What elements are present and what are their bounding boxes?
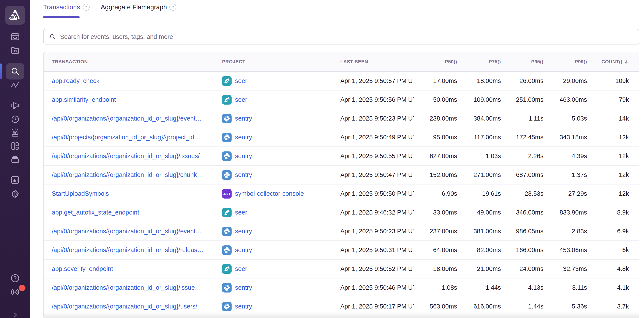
column-header-last-seen[interactable]: LAST SEEN	[340, 59, 414, 65]
transaction-cell: /api/0/organizations/{organization_id_or…	[44, 303, 222, 310]
transaction-cell: app.get_autofix_state_endpoint	[44, 209, 222, 216]
p95-cell: 2.26s	[501, 153, 544, 160]
sidebar-item-settings[interactable]	[10, 189, 20, 199]
project-link[interactable]: seer	[235, 265, 247, 272]
project-cell: .NET symbol-collector-console	[222, 189, 340, 199]
sidebar-item-projects[interactable]	[10, 45, 20, 55]
p50-cell: 17.00ms	[414, 77, 457, 85]
count-cell: 8.9k	[587, 209, 639, 216]
project-cell: sentry	[222, 283, 340, 292]
transaction-link[interactable]: /api/0/organizations/{organization_id_or…	[52, 153, 200, 159]
sidebar-item-issues[interactable]	[10, 32, 20, 42]
column-header-p95[interactable]: P95()	[501, 59, 544, 65]
p95-cell: 346.00ms	[501, 209, 544, 216]
transaction-link[interactable]: app.get_autofix_state_endpoint	[52, 209, 139, 216]
sidebar-item-dashboards[interactable]	[10, 141, 20, 151]
tab-transactions-label: Transactions	[43, 4, 80, 11]
sidebar-item-alerts[interactable]	[10, 128, 20, 138]
transaction-link[interactable]: /api/0/organizations/{organization_id_or…	[52, 284, 201, 291]
transaction-link[interactable]: app.ready_check	[52, 77, 100, 84]
project-cell: sentry	[222, 151, 340, 161]
project-link[interactable]: sentry	[235, 284, 252, 291]
transaction-link[interactable]: /api/0/organizations/{organization_id_or…	[52, 115, 202, 122]
search-input[interactable]	[60, 33, 633, 40]
p99-cell: 8.11s	[544, 284, 587, 291]
project-cell: sentry	[222, 245, 340, 255]
p95-cell: 1.44s	[501, 303, 544, 310]
p99-cell: 32.73ms	[544, 265, 587, 272]
project-cell: seer	[222, 208, 340, 217]
table-row: /api/0/projects/{organization_id_or_slug…	[44, 128, 639, 147]
last-seen-cell: Apr 1, 2025 9:50:46 PM UTC	[340, 284, 414, 291]
p95-cell: 1.11s	[501, 115, 544, 122]
p75-cell: 1.44s	[457, 284, 501, 291]
p99-cell: 29.00ms	[544, 77, 587, 85]
project-icon-python	[222, 245, 232, 255]
project-link[interactable]: seer	[235, 77, 247, 85]
project-link[interactable]: sentry	[235, 228, 252, 235]
table-row: app.ready_check seer Apr 1, 2025 9:50:57…	[44, 72, 639, 91]
p50-cell: 563.00ms	[414, 303, 457, 310]
project-link[interactable]: sentry	[235, 115, 252, 122]
sidebar-item-traces[interactable]	[10, 80, 20, 90]
stats-icon	[10, 175, 20, 185]
transaction-link[interactable]: /api/0/organizations/{organization_id_or…	[52, 228, 202, 235]
transaction-link[interactable]: /api/0/organizations/{organization_id_or…	[52, 171, 203, 178]
project-link[interactable]: seer	[235, 96, 247, 103]
tab-transactions[interactable]: Transactions ?	[43, 4, 90, 18]
transaction-link[interactable]: /api/0/projects/{organization_id_or_slug…	[52, 134, 200, 141]
p50-cell: 64.00ms	[414, 246, 457, 254]
sidebar-item-stats[interactable]	[10, 175, 20, 185]
table-row: /api/0/organizations/{organization_id_or…	[44, 241, 639, 260]
search-bar[interactable]	[43, 29, 639, 45]
p95-cell: 986.05ms	[501, 228, 544, 235]
help-button[interactable]	[10, 273, 20, 283]
project-link[interactable]: seer	[235, 209, 247, 216]
column-header-p99[interactable]: P99()	[544, 59, 587, 65]
column-header-p75[interactable]: P75()	[457, 59, 501, 65]
project-link[interactable]: sentry	[235, 303, 252, 310]
notification-dot	[19, 285, 26, 291]
sidebar-item-replays[interactable]	[10, 114, 20, 124]
project-link[interactable]: sentry	[235, 246, 252, 254]
last-seen-cell: Apr 1, 2025 9:50:55 PM UTC	[340, 153, 414, 160]
transaction-link[interactable]: app.similarity_endpoint	[52, 96, 116, 103]
tab-aggregate-flamegraph[interactable]: Aggregate Flamegraph ?	[101, 4, 176, 18]
count-cell: 4.1k	[587, 284, 639, 291]
project-link[interactable]: sentry	[235, 153, 252, 160]
releases-archive-icon	[10, 155, 20, 165]
p95-cell: 251.00ms	[501, 96, 544, 103]
search-icon[interactable]	[10, 66, 20, 76]
sentry-logo-button[interactable]	[5, 6, 25, 25]
p50-cell: 627.00ms	[414, 153, 457, 160]
settings-gear-icon	[10, 189, 20, 199]
p75-cell: 21.00ms	[457, 265, 501, 272]
column-header-p50[interactable]: P50()	[414, 59, 457, 65]
p75-cell: 616.00ms	[457, 303, 501, 310]
sidebar-item-releases[interactable]	[10, 155, 20, 165]
table-row: app.severity_endpoint seer Apr 1, 2025 9…	[44, 260, 639, 278]
transaction-link[interactable]: /api/0/organizations/{organization_id_or…	[52, 303, 197, 310]
transaction-link[interactable]: /api/0/organizations/{organization_id_or…	[52, 246, 204, 253]
transaction-cell: /api/0/organizations/{organization_id_or…	[44, 153, 222, 160]
column-header-project[interactable]: PROJECT	[222, 59, 340, 65]
search-icon	[49, 33, 56, 40]
project-icon-python	[222, 170, 232, 180]
transaction-link[interactable]: StartUploadSymbols	[52, 190, 109, 197]
table-body: app.ready_check seer Apr 1, 2025 9:50:57…	[44, 72, 639, 316]
help-circle-icon[interactable]: ?	[170, 4, 176, 11]
project-link[interactable]: sentry	[235, 171, 252, 178]
transaction-link[interactable]: app.severity_endpoint	[52, 265, 113, 272]
p99-cell: 833.90ms	[544, 209, 587, 216]
sidebar-expand-button[interactable]	[11, 311, 20, 318]
transaction-cell: /api/0/organizations/{organization_id_or…	[44, 171, 222, 178]
sidebar-item-feedback[interactable]	[10, 101, 20, 110]
p99-cell: 27.29s	[544, 190, 587, 197]
column-header-count[interactable]: COUNT()	[587, 59, 639, 65]
p50-cell: 237.00ms	[414, 228, 457, 235]
last-seen-cell: Apr 1, 2025 9:50:17 PM UTC	[340, 303, 414, 310]
column-header-transaction[interactable]: TRANSACTION	[44, 59, 222, 65]
help-circle-icon[interactable]: ?	[83, 4, 90, 11]
project-link[interactable]: sentry	[235, 134, 252, 141]
project-link[interactable]: symbol-collector-console	[235, 190, 304, 197]
